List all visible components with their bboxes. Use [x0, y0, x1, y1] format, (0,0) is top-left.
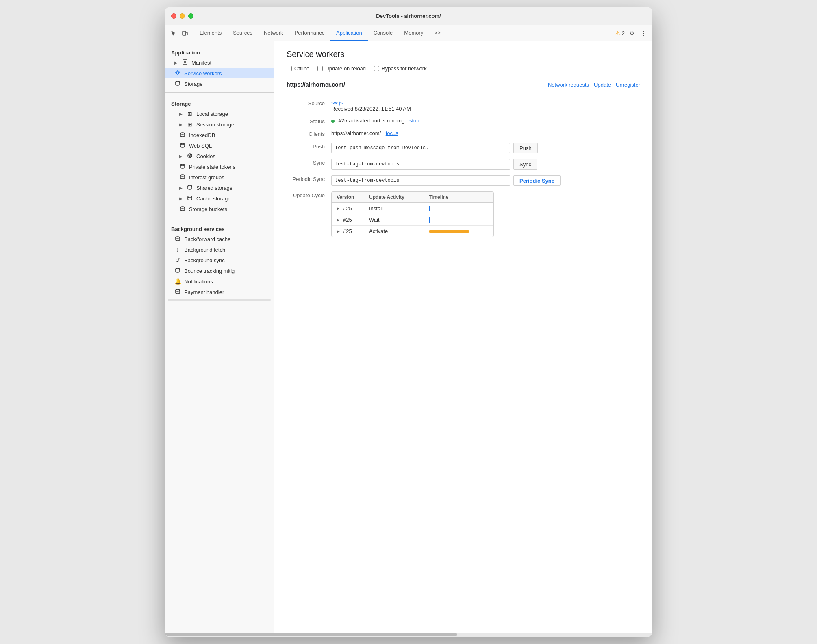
- sidebar-item-bounce-tracking[interactable]: Bounce tracking mitig: [165, 265, 274, 276]
- sidebar-scrollbar[interactable]: [168, 299, 271, 301]
- sidebar-item-local-storage[interactable]: ▶ ⊞ Local storage: [165, 109, 274, 119]
- tab-network[interactable]: Network: [258, 25, 289, 41]
- svg-point-15: [180, 175, 185, 176]
- svg-rect-1: [186, 32, 187, 35]
- sidebar-item-notifications[interactable]: 🔔 Notifications: [165, 276, 274, 287]
- triangle-icon: ▶: [174, 61, 178, 65]
- bounce-tracking-icon: [174, 268, 181, 274]
- tab-elements[interactable]: Elements: [194, 25, 227, 41]
- content-area: Service workers Offline Update on reload…: [274, 41, 652, 633]
- sidebar-item-storage-app[interactable]: Storage: [165, 78, 274, 89]
- tab-performance[interactable]: Performance: [289, 25, 330, 41]
- network-requests-link[interactable]: Network requests: [548, 82, 589, 88]
- sidebar-item-background-sync[interactable]: ↺ Background sync: [165, 255, 274, 265]
- clients-url: https://airhorner.com/: [331, 130, 381, 136]
- pointer-icon[interactable]: [169, 29, 178, 37]
- periodic-sync-value: Periodic Sync: [331, 175, 640, 186]
- toolbar-tabs: Elements Sources Network Performance App…: [194, 25, 615, 41]
- sidebar-section-storage: Storage: [165, 96, 274, 109]
- svg-point-19: [176, 237, 180, 238]
- tab-application[interactable]: Application: [330, 25, 368, 41]
- sidebar-item-back-forward-cache[interactable]: Back/forward cache: [165, 234, 274, 244]
- horizontal-scrollbar-thumb[interactable]: [165, 633, 457, 636]
- svg-point-11: [189, 155, 189, 156]
- offline-checkbox[interactable]: Offline: [287, 65, 309, 72]
- sidebar-item-private-state-tokens[interactable]: Private state tokens: [165, 161, 274, 172]
- focus-link[interactable]: focus: [386, 130, 398, 136]
- sync-button[interactable]: Sync: [513, 159, 537, 170]
- update-on-reload-checkbox[interactable]: Update on reload: [317, 65, 366, 72]
- svg-point-14: [180, 164, 185, 166]
- update-link[interactable]: Update: [594, 82, 611, 88]
- triangle-icon: ▶: [179, 154, 183, 159]
- update-cycle-header: Version Update Activity Timeline: [332, 192, 493, 203]
- source-label: Source: [287, 100, 331, 107]
- periodic-sync-button[interactable]: Periodic Sync: [513, 175, 561, 186]
- triangle-icon: ▶: [179, 112, 183, 116]
- sidebar-item-cookies[interactable]: ▶ Cookies: [165, 151, 274, 161]
- row-triangle-icon[interactable]: ▶: [337, 206, 340, 211]
- svg-point-7: [176, 81, 180, 83]
- sidebar-item-shared-storage[interactable]: ▶ Shared storage: [165, 183, 274, 193]
- offline-checkbox-input[interactable]: [287, 66, 292, 71]
- sidebar-item-interest-groups[interactable]: Interest groups: [165, 172, 274, 183]
- warning-badge[interactable]: ⚠ 2: [615, 30, 625, 37]
- push-button[interactable]: Push: [513, 143, 538, 153]
- unregister-link[interactable]: Unregister: [616, 82, 640, 88]
- horizontal-scrollbar[interactable]: [165, 633, 652, 637]
- source-file-link[interactable]: sw.js: [331, 100, 343, 106]
- sidebar-item-storage-buckets[interactable]: Storage buckets: [165, 204, 274, 214]
- update-cycle-table: Version Update Activity Timeline ▶ #25 I…: [331, 191, 494, 237]
- sidebar-item-websql[interactable]: Web SQL: [165, 140, 274, 151]
- timeline-tick-1: [429, 206, 430, 211]
- col-activity: Update Activity: [369, 194, 429, 200]
- sidebar-label-storage-buckets: Storage buckets: [189, 206, 227, 212]
- activity-label-1: Install: [369, 205, 429, 211]
- bypass-for-network-input[interactable]: [374, 66, 379, 71]
- row-triangle-icon[interactable]: ▶: [337, 229, 340, 233]
- sidebar-item-cache-storage[interactable]: ▶ Cache storage: [165, 193, 274, 204]
- more-options-icon[interactable]: ⋮: [639, 29, 648, 37]
- sidebar-item-background-fetch[interactable]: ↕ Background fetch: [165, 244, 274, 255]
- svg-point-8: [180, 133, 185, 134]
- storage-buckets-icon: [179, 206, 186, 213]
- sidebar-item-service-workers[interactable]: Service workers: [165, 68, 274, 78]
- tab-sources[interactable]: Sources: [227, 25, 258, 41]
- close-button[interactable]: [171, 13, 176, 19]
- interest-groups-icon: [179, 174, 186, 181]
- toolbar-right: ⚠ 2 ⚙ ⋮: [615, 29, 648, 37]
- minimize-button[interactable]: [180, 13, 185, 19]
- sidebar-item-payment-handler[interactable]: Payment handler: [165, 287, 274, 297]
- periodic-sync-input[interactable]: [331, 175, 510, 186]
- bypass-for-network-label: Bypass for network: [382, 65, 427, 72]
- device-icon[interactable]: [181, 29, 189, 37]
- row-triangle-icon[interactable]: ▶: [337, 218, 340, 222]
- svg-rect-0: [183, 31, 186, 35]
- sw-entry: https://airhorner.com/ Network requests …: [287, 81, 640, 251]
- page-title: Service workers: [287, 50, 640, 59]
- sidebar-item-manifest[interactable]: ▶ Manifest: [165, 57, 274, 68]
- status-label: Status: [287, 117, 331, 124]
- maximize-button[interactable]: [188, 13, 193, 19]
- settings-icon[interactable]: ⚙: [628, 29, 636, 37]
- svg-point-12: [190, 154, 191, 155]
- triangle-icon: ▶: [179, 196, 183, 201]
- sync-input[interactable]: [331, 159, 510, 170]
- tab-more[interactable]: >>: [429, 25, 446, 41]
- tab-memory[interactable]: Memory: [398, 25, 429, 41]
- sidebar-section-background: Background services: [165, 221, 274, 234]
- version-cell-1: ▶ #25: [337, 205, 369, 211]
- sidebar-item-session-storage[interactable]: ▶ ⊞ Session storage: [165, 119, 274, 130]
- bypass-for-network-checkbox[interactable]: Bypass for network: [374, 65, 427, 72]
- local-storage-icon: ⊞: [187, 111, 193, 117]
- update-on-reload-input[interactable]: [317, 66, 323, 71]
- sidebar-label-websql: Web SQL: [189, 143, 212, 149]
- main-content: Application ▶ Manifest: [165, 41, 652, 633]
- tab-console[interactable]: Console: [368, 25, 399, 41]
- sidebar-section-application: Application: [165, 45, 274, 57]
- stop-link[interactable]: stop: [409, 117, 419, 124]
- sidebar-item-indexeddb[interactable]: IndexedDB: [165, 130, 274, 140]
- push-input[interactable]: [331, 143, 510, 153]
- version-cell-2: ▶ #25: [337, 217, 369, 223]
- titlebar: DevTools - airhorner.com/: [165, 7, 652, 25]
